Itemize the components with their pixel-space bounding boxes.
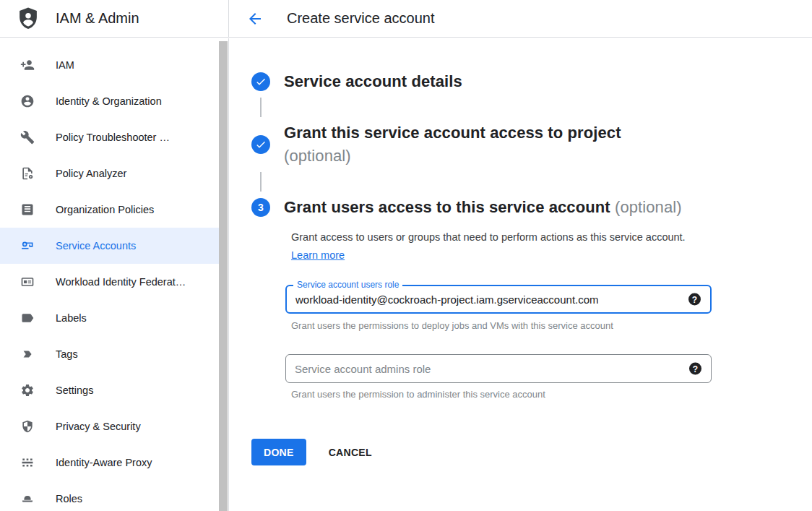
service-account-admins-role-field: ? — [285, 354, 712, 383]
sidebar-item-label: Tags — [56, 348, 78, 360]
done-button[interactable]: DONE — [251, 439, 306, 465]
sidebar-item-label: Workload Identity Federat… — [56, 276, 186, 288]
step-service-account-details[interactable]: Service account details — [251, 70, 812, 93]
sidebar-item-identity-organization[interactable]: Identity & Organization — [0, 83, 219, 119]
gear-icon — [20, 383, 35, 398]
sidebar-item-policy-troubleshooter[interactable]: Policy Troubleshooter … — [0, 119, 219, 155]
article-icon — [20, 202, 35, 217]
learn-more-link[interactable]: Learn more — [291, 249, 345, 261]
policy-analyzer-icon — [20, 166, 35, 181]
sidebar-item-settings[interactable]: Settings — [0, 372, 219, 408]
sidebar-item-policy-analyzer[interactable]: Policy Analyzer — [0, 155, 219, 192]
sidebar-item-organization-policies[interactable]: Organization Policies — [0, 192, 219, 228]
create-service-account-form: Service account details Grant this servi… — [229, 38, 812, 511]
step-grant-access-to-project[interactable]: Grant this service account access to pro… — [251, 121, 812, 168]
back-button[interactable] — [246, 10, 264, 27]
step-complete-check-icon — [251, 135, 270, 154]
person-add-icon — [20, 58, 35, 72]
sidebar-item-tags[interactable]: Tags — [0, 336, 219, 372]
sidebar-item-label: Service Accounts — [56, 240, 136, 252]
sidebar-item-label: Organization Policies — [56, 204, 154, 215]
cancel-button[interactable]: CANCEL — [318, 439, 383, 465]
step-title: Grant this service account access to pro… — [284, 121, 621, 168]
step-title-text: Service account details — [284, 72, 462, 90]
sidebar-item-workload-identity-federation[interactable]: Workload Identity Federat… — [0, 264, 219, 300]
form-actions: DONE CANCEL — [251, 439, 812, 465]
help-icon[interactable]: ? — [689, 363, 701, 375]
sidebar-item-label: Roles — [56, 493, 82, 504]
arrow-back-icon — [246, 10, 264, 27]
product-title: IAM & Admin — [56, 10, 139, 27]
iam-shield-logo-icon — [17, 7, 39, 30]
sidebar-item-privacy-security[interactable]: Privacy & Security — [0, 408, 219, 445]
iam-admin-sidebar: IAM Identity & Organization Policy Troub… — [0, 38, 229, 511]
step-description-text: Grant access to users or groups that nee… — [291, 231, 686, 243]
admins-role-input[interactable] — [286, 355, 711, 382]
product-header: IAM & Admin — [0, 0, 229, 37]
step-number-badge: 3 — [251, 198, 270, 217]
step-grant-users-access[interactable]: 3 Grant users access to this service acc… — [251, 196, 812, 219]
sidebar-item-label: Policy Troubleshooter … — [56, 132, 170, 143]
step-optional-text: (optional) — [284, 145, 621, 168]
hat-icon — [20, 491, 35, 506]
step-description: Grant access to users or groups that nee… — [291, 228, 687, 265]
label-icon — [20, 311, 35, 325]
sidebar-item-label: Labels — [56, 312, 87, 324]
step-title-text: Grant users access to this service accou… — [284, 198, 610, 216]
service-account-icon — [20, 239, 35, 253]
step-complete-check-icon — [251, 72, 270, 91]
step-3-body: Grant access to users or groups that nee… — [291, 228, 812, 465]
sidebar-item-label: Policy Analyzer — [56, 168, 126, 179]
sidebar-item-labels[interactable]: Labels — [0, 300, 219, 336]
sidebar-item-label: Settings — [56, 385, 93, 396]
users-role-helper-text: Grant users the permissions to deploy jo… — [291, 320, 812, 332]
top-app-bar: IAM & Admin Create service account — [0, 0, 812, 38]
sidebar-item-label: Identity & Organization — [56, 95, 162, 107]
sidebar-item-iam[interactable]: IAM — [0, 47, 219, 83]
page-header: Create service account — [229, 0, 435, 37]
step-optional-text: (optional) — [615, 198, 682, 216]
sidebar-item-identity-aware-proxy[interactable]: Identity-Aware Proxy — [0, 445, 219, 481]
step-title-text: Grant this service account access to pro… — [284, 121, 621, 145]
help-icon[interactable]: ? — [688, 293, 701, 306]
badge-card-icon — [20, 275, 35, 289]
stepper-connector — [260, 98, 262, 117]
proxy-icon — [20, 455, 35, 470]
sidebar-item-roles[interactable]: Roles — [0, 481, 219, 511]
sidebar-item-label: Identity-Aware Proxy — [56, 457, 152, 468]
sidebar-scrollbar-thumb[interactable] — [219, 41, 228, 511]
step-title: Grant users access to this service accou… — [284, 196, 682, 219]
sidebar-item-label: IAM — [56, 59, 74, 71]
admins-role-helper-text: Grant users the permission to administer… — [291, 389, 812, 400]
step-title: Service account details — [284, 70, 462, 93]
page-title: Create service account — [287, 10, 435, 27]
tag-arrow-icon — [20, 347, 35, 361]
sidebar-item-service-accounts[interactable]: Service Accounts — [0, 228, 219, 264]
stepper-connector — [260, 172, 262, 192]
users-role-input[interactable] — [287, 286, 710, 312]
wrench-icon — [20, 130, 35, 145]
service-account-users-role-field: Service account users role ? — [285, 285, 712, 314]
sidebar-item-label: Privacy & Security — [56, 421, 141, 432]
account-circle-icon — [20, 94, 35, 108]
shield-half-icon — [20, 419, 35, 434]
